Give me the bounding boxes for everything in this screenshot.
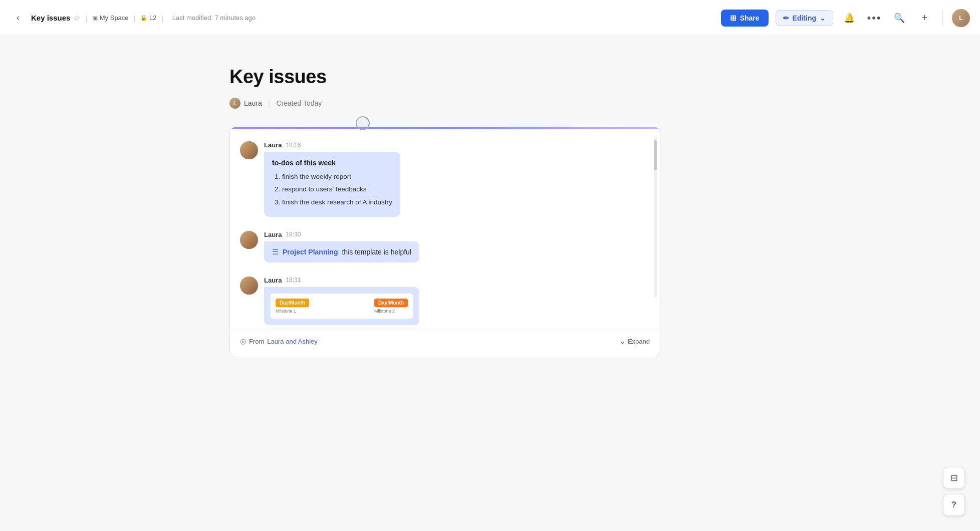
created-label: Created Today bbox=[277, 99, 322, 107]
breadcrumb-level-label: L2 bbox=[149, 14, 156, 22]
timeline-inner: Day/Month Milstone 1 Day/Month Milstone … bbox=[270, 293, 413, 319]
share-label: Share bbox=[740, 14, 760, 22]
lock-icon: 🔒 bbox=[140, 15, 147, 21]
meta-separator: | bbox=[268, 98, 271, 109]
avatar-image: L bbox=[952, 9, 970, 27]
message-bubble-1: to-dos of this week finish the weekly re… bbox=[264, 152, 400, 217]
message-list-1: finish the weekly report respond to user… bbox=[272, 172, 392, 207]
add-button[interactable]: + bbox=[915, 9, 933, 27]
avatar-image-2 bbox=[240, 231, 258, 249]
message-author-1: Laura bbox=[264, 141, 282, 149]
message-text-2: this template is helpful bbox=[342, 248, 411, 256]
notifications-button[interactable]: 🔔 bbox=[840, 9, 858, 27]
editing-label: Editing bbox=[793, 14, 816, 22]
timeline-chip-1: Day/Month bbox=[276, 299, 309, 307]
page-title: Key issues bbox=[229, 66, 751, 88]
scrollbar[interactable] bbox=[654, 137, 657, 298]
breadcrumb-separator-2: | bbox=[134, 14, 135, 22]
more-options-button[interactable]: ••• bbox=[865, 9, 883, 27]
from-label: From bbox=[249, 338, 264, 345]
from-people-link[interactable]: Laura and Ashley bbox=[267, 338, 317, 345]
timeline-label-2: Milstone 2 bbox=[374, 309, 395, 314]
document-icon: ☰ bbox=[272, 247, 279, 256]
message-author-3: Laura bbox=[264, 277, 282, 284]
share-button[interactable]: ⊞ Share bbox=[721, 10, 769, 27]
plus-icon: + bbox=[921, 12, 927, 24]
page-meta-avatar: L bbox=[229, 98, 240, 109]
gradient-header bbox=[230, 127, 660, 129]
last-modified-label: Last modified: 7 minutes ago bbox=[172, 14, 256, 22]
editing-dropdown-icon: ⌄ bbox=[820, 14, 826, 22]
breadcrumb: Key issues ☆ bbox=[31, 13, 80, 23]
bell-icon: 🔔 bbox=[844, 13, 855, 24]
chat-footer-from: ◎ From Laura and Ashley bbox=[240, 337, 318, 345]
timeline-bar: Day/Month Milstone 1 Day/Month Milstone … bbox=[276, 299, 408, 314]
chat-message-1: Laura 18:16 to-dos of this week finish t… bbox=[240, 141, 650, 217]
timeline-label-1: Milstone 1 bbox=[276, 309, 296, 314]
breadcrumb-space-label: My Space bbox=[100, 14, 129, 22]
message-time-3: 18:31 bbox=[286, 277, 301, 284]
breadcrumb-page-title: Key issues bbox=[31, 14, 70, 22]
edit-icon: ✏ bbox=[783, 14, 789, 22]
message-avatar-3 bbox=[240, 277, 258, 295]
list-item: respond to users' feedbacks bbox=[282, 184, 392, 194]
timeline-chip-2: Day/Month bbox=[374, 299, 408, 307]
help-fab-button[interactable]: ? bbox=[943, 494, 965, 516]
message-bubble-3: Day/Month Milstone 1 Day/Month Milstone … bbox=[264, 287, 419, 325]
chat-from-icon: ◎ bbox=[240, 337, 246, 345]
message-avatar-2 bbox=[240, 231, 258, 249]
message-time-2: 18:30 bbox=[286, 231, 301, 238]
breadcrumb-level: 🔒 L2 bbox=[140, 14, 156, 22]
main-content: Key issues L Laura | Created Today Laura… bbox=[189, 36, 791, 387]
scrollbar-thumb bbox=[654, 140, 657, 170]
chat-message-2: Laura 18:30 ☰ Project Planning this temp… bbox=[240, 231, 650, 262]
breadcrumb-separator-1: | bbox=[85, 14, 87, 22]
search-button[interactable]: 🔍 bbox=[890, 9, 908, 27]
topbar: ‹ Key issues ☆ | ▣ My Space | 🔒 L2 | Las… bbox=[0, 0, 980, 36]
bubble-title-1: to-dos of this week bbox=[272, 159, 392, 167]
save-fab-button[interactable]: ⊟ bbox=[943, 467, 965, 489]
star-icon[interactable]: ☆ bbox=[73, 13, 80, 23]
avatar-image-3 bbox=[240, 277, 258, 295]
avatar-initials: L bbox=[959, 14, 963, 22]
chat-footer: ◎ From Laura and Ashley ⌄ Expand bbox=[230, 330, 660, 352]
list-item: finish the weekly report bbox=[282, 172, 392, 182]
more-icon: ••• bbox=[867, 12, 881, 25]
avatar-image-1 bbox=[240, 141, 258, 159]
space-folder-icon: ▣ bbox=[92, 15, 98, 22]
share-icon: ⊞ bbox=[730, 14, 737, 23]
editing-button[interactable]: ✏ Editing ⌄ bbox=[776, 10, 833, 26]
message-header-1: Laura 18:16 bbox=[264, 141, 650, 149]
author-name: Laura bbox=[244, 99, 262, 107]
message-content-3: Laura 18:31 Day/Month Milstone 1 bbox=[264, 277, 650, 325]
back-button[interactable]: ‹ bbox=[10, 10, 26, 26]
topbar-right: ⊞ Share ✏ Editing ⌄ 🔔 ••• 🔍 + L bbox=[721, 9, 970, 27]
save-icon: ⊟ bbox=[950, 472, 958, 483]
project-planning-link[interactable]: Project Planning bbox=[283, 248, 338, 256]
breadcrumb-space[interactable]: ▣ My Space bbox=[92, 14, 129, 22]
chat-message-3: Laura 18:31 Day/Month Milstone 1 bbox=[240, 277, 650, 325]
message-content-2: Laura 18:30 ☰ Project Planning this temp… bbox=[264, 231, 650, 262]
page-meta-author: L Laura bbox=[229, 98, 262, 109]
message-content-1: Laura 18:16 to-dos of this week finish t… bbox=[264, 141, 650, 217]
avatar[interactable]: L bbox=[952, 9, 970, 27]
page-meta: L Laura | Created Today bbox=[229, 98, 751, 109]
expand-button[interactable]: ⌄ Expand bbox=[620, 338, 650, 345]
fab-buttons: ⊟ ? bbox=[943, 467, 965, 516]
expand-icon: ⌄ bbox=[620, 338, 625, 345]
chat-messages-area[interactable]: Laura 18:16 to-dos of this week finish t… bbox=[230, 129, 660, 330]
topbar-left: ‹ Key issues ☆ | ▣ My Space | 🔒 L2 | Las… bbox=[10, 10, 721, 26]
expand-label: Expand bbox=[628, 338, 650, 345]
timeline-task-2: Day/Month Milstone 2 bbox=[374, 299, 408, 314]
chat-container: Laura 18:16 to-dos of this week finish t… bbox=[229, 127, 660, 357]
message-header-2: Laura 18:30 bbox=[264, 231, 650, 238]
message-bubble-2: ☰ Project Planning this template is help… bbox=[264, 241, 419, 262]
message-author-2: Laura bbox=[264, 231, 282, 238]
help-icon: ? bbox=[951, 500, 956, 509]
breadcrumb-separator-3: | bbox=[161, 14, 163, 22]
search-icon: 🔍 bbox=[894, 13, 905, 24]
topbar-divider bbox=[942, 11, 943, 26]
message-time-1: 18:16 bbox=[286, 142, 301, 149]
list-item: finish the desk research of A industry bbox=[282, 197, 392, 207]
timeline-task-1: Day/Month Milstone 1 bbox=[276, 299, 309, 314]
